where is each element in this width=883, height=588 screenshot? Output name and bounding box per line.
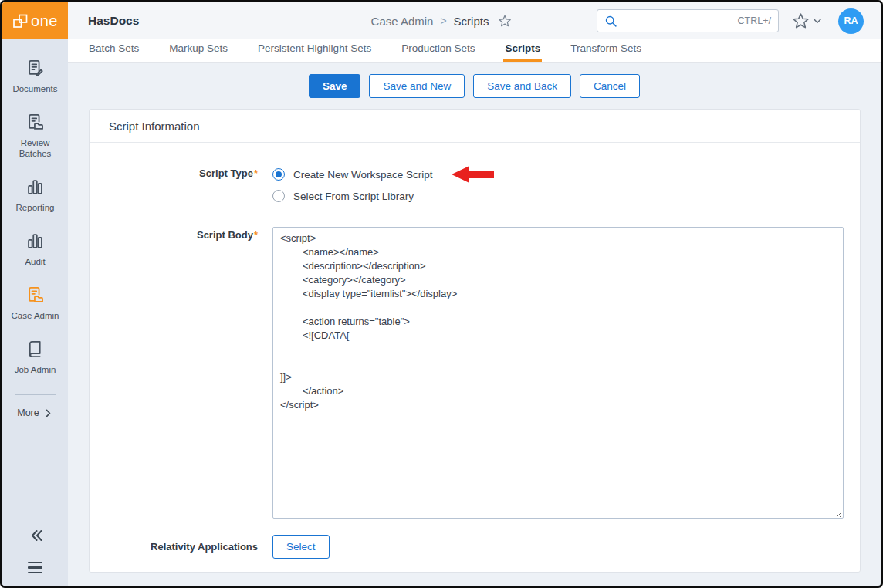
search-icon [604,15,617,28]
book-icon [25,339,46,360]
main-area: Batch Sets Markup Sets Persistent Highli… [68,39,881,586]
global-search[interactable]: CTRL+/ [597,9,779,32]
save-and-back-button[interactable]: Save and Back [473,74,571,98]
sidebar-item-job-admin[interactable]: Job Admin [2,339,68,375]
overlapping-squares-icon [12,13,29,29]
radio-button-unselected[interactable] [272,190,285,202]
radio-button-selected[interactable] [272,168,285,181]
breadcrumb: Case Admin > Scripts [371,14,513,29]
sidebar-item-label: Reporting [16,202,55,213]
star-icon [791,12,810,31]
chevron-down-icon [812,15,823,26]
search-input[interactable] [623,15,732,27]
sidebar-more-label: More [17,407,39,418]
topbar-right: CTRL+/ RA [597,8,881,34]
document-edit-icon [25,58,46,79]
tab-scripts[interactable]: Scripts [503,42,542,62]
select-applications-button[interactable]: Select [272,535,330,559]
search-shortcut-hint: CTRL+/ [738,15,771,26]
relativity-one-logo[interactable]: one [2,2,68,39]
favorite-star-icon[interactable] [497,14,512,29]
sidebar-bottom [26,526,45,586]
tab-markup-sets[interactable]: Markup Sets [167,42,229,62]
tab-persistent-highlight-sets[interactable]: Persistent Highlight Sets [256,42,373,62]
sidebar-item-label: Case Admin [11,310,59,321]
radio-create-new-workspace-script[interactable]: Create New Workspace Script [272,165,494,184]
script-type-label: Script Type* [90,165,258,205]
sidebar-item-label: Audit [25,256,45,267]
sidebar-item-audit[interactable]: Audit [2,231,68,267]
menu-hamburger-icon[interactable] [28,562,42,573]
script-information-panel: Script Information Script Type* Create N… [89,109,861,573]
tab-bar: Batch Sets Markup Sets Persistent Highli… [68,39,881,63]
breadcrumb-current: Scripts [454,15,489,28]
sidebar-item-review-batches[interactable]: Review Batches [2,112,68,159]
save-button[interactable]: Save [309,74,361,98]
script-body-row: Script Body* <script> <name></name> <des… [90,227,860,522]
tab-production-sets[interactable]: Production Sets [400,42,476,62]
cancel-button[interactable]: Cancel [580,74,640,98]
sidebar-item-case-admin[interactable]: Case Admin [2,285,68,321]
app-window: one HasDocs Case Admin > Scripts CTR [0,0,883,588]
user-avatar[interactable]: RA [838,8,864,34]
script-body-label: Script Body* [90,227,258,522]
radio-select-from-script-library[interactable]: Select From Script Library [272,187,494,205]
case-admin-icon [25,285,46,306]
chevron-right-icon [43,408,53,418]
tab-batch-sets[interactable]: Batch Sets [87,42,140,62]
sidebar-item-label: Documents [12,83,57,94]
script-body-textarea[interactable]: <script> <name></name> <description></de… [272,227,844,519]
sidebar: Documents Review Batches [2,39,68,586]
sidebar-item-label: Review Batches [12,137,59,159]
annotation-arrow-icon [452,164,494,184]
action-bar: Save Save and New Save and Back Cancel [68,63,881,109]
review-batches-icon [25,112,46,133]
favorites-menu[interactable] [791,12,823,31]
bar-chart-icon [25,231,46,252]
workspace-title: HasDocs [88,14,139,28]
sidebar-more[interactable]: More [17,407,52,418]
relativity-applications-row: Relativity Applications Select [90,535,860,559]
tab-transform-sets[interactable]: Transform Sets [569,42,643,62]
sidebar-item-documents[interactable]: Documents [2,58,68,94]
relativity-applications-label: Relativity Applications [90,541,258,553]
top-bar: one HasDocs Case Admin > Scripts CTR [2,2,881,39]
breadcrumb-parent-link[interactable]: Case Admin [371,15,434,28]
required-asterisk: * [254,167,258,179]
panel-title: Script Information [90,110,860,143]
required-asterisk: * [254,229,258,241]
save-and-new-button[interactable]: Save and New [369,74,465,98]
collapse-sidebar-icon[interactable] [26,526,45,545]
sidebar-item-label: Job Admin [15,364,56,375]
sidebar-divider [15,394,56,395]
bar-chart-icon [25,177,46,198]
breadcrumb-separator: > [440,15,446,27]
logo-text: one [31,12,58,30]
script-type-row: Script Type* Create New Workspace Script [90,165,860,205]
sidebar-item-reporting[interactable]: Reporting [2,177,68,213]
